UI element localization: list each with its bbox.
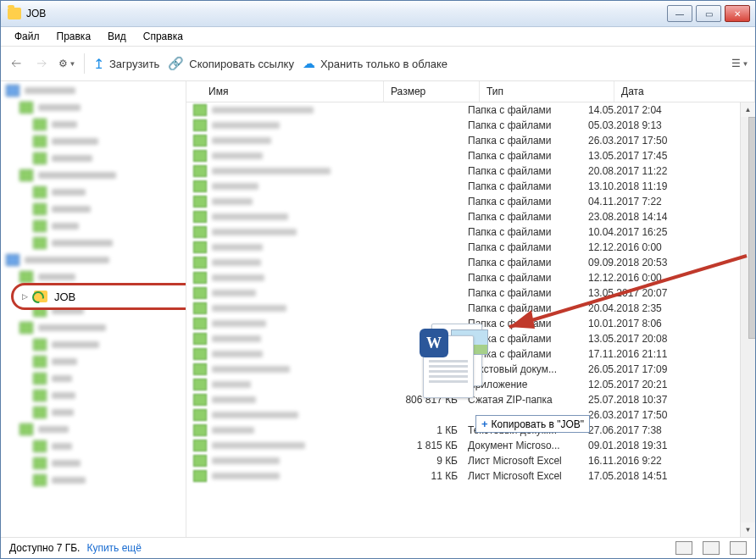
- tree-item[interactable]: [33, 354, 181, 369]
- rows-container: ▲ ▼ Папка с файлами14.05.2017 2:04Папка …: [186, 102, 755, 537]
- tree-item[interactable]: [33, 388, 181, 403]
- tree-item[interactable]: [33, 134, 181, 149]
- table-row[interactable]: Папка с файлами13.10.2018 11:19: [186, 179, 755, 194]
- tree-item[interactable]: [33, 219, 181, 234]
- table-row[interactable]: Папка с файлами20.04.2018 2:35: [186, 301, 755, 316]
- buy-more-link[interactable]: Купить ещё: [86, 542, 142, 554]
- table-row[interactable]: Папка с файлами10.01.2017 8:06: [186, 316, 755, 331]
- table-row[interactable]: Папка с файлами14.05.2017 2:04: [186, 102, 755, 118]
- table-row[interactable]: 11 КБЛист Microsoft Excel17.05.2018 14:5…: [186, 468, 755, 484]
- scroll-thumb[interactable]: [748, 117, 756, 339]
- view-details-icon[interactable]: [675, 541, 692, 555]
- tree-item[interactable]: [6, 83, 181, 98]
- table-row[interactable]: 1 КБТекстовый докум...27.06.2017 7:38: [186, 423, 755, 438]
- menu-file[interactable]: Файл: [6, 29, 48, 44]
- chevron-down-icon: ▼: [69, 60, 76, 68]
- view-list-icon[interactable]: [703, 541, 720, 555]
- table-row[interactable]: Папка с файлами12.12.2016 0:00: [186, 240, 755, 255]
- tree-item[interactable]: [33, 405, 181, 420]
- gear-icon[interactable]: ⚙▼: [58, 55, 75, 72]
- table-row[interactable]: 9 КБЛист Microsoft Excel16.11.2016 9:22: [186, 453, 755, 468]
- table-row[interactable]: Папка с файлами13.05.2017 17:45: [186, 148, 755, 163]
- status-quota: Доступно 7 ГБ.: [9, 542, 80, 554]
- table-row[interactable]: Папка с файлами13.05.2017 20:07: [186, 285, 755, 301]
- back-button[interactable]: 🡠: [8, 55, 25, 72]
- titlebar[interactable]: JOB ― ▭ ✕: [1, 1, 755, 27]
- scroll-up-button[interactable]: ▲: [741, 102, 755, 117]
- col-name[interactable]: Имя: [208, 86, 228, 97]
- table-row[interactable]: 403 КБПриложение12.05.2017 20:21: [186, 377, 755, 392]
- tree-item[interactable]: [33, 202, 181, 217]
- menu-help[interactable]: Справка: [135, 29, 192, 44]
- tree-item[interactable]: [19, 100, 181, 115]
- tree-item[interactable]: [33, 371, 181, 386]
- link-icon: 🔗: [168, 56, 184, 71]
- body: ▷JOB Имя Размер Тип Дата ▲ ▼ Папка с фай…: [1, 81, 755, 537]
- drag-tooltip-text: Копировать в "JOB": [492, 418, 585, 430]
- cloud-only-label: Хранить только в облаке: [320, 58, 447, 70]
- toolbar: 🡠 🡢 ⚙▼ ↥ Загрузить 🔗 Скопировать ссылку …: [1, 47, 755, 81]
- col-size[interactable]: Размер: [384, 81, 480, 102]
- table-row[interactable]: 1 815 КБДокумент Microso...09.01.2018 19…: [186, 438, 755, 453]
- tree-item[interactable]: [33, 117, 181, 132]
- sidebar-item-job[interactable]: ▷JOB: [11, 283, 186, 310]
- forward-button[interactable]: 🡢: [33, 55, 50, 72]
- view-mode-button[interactable]: ☰▼: [731, 55, 748, 72]
- scrollbar[interactable]: ▲ ▼: [740, 102, 755, 537]
- file-list: Имя Размер Тип Дата ▲ ▼ Папка с файлами1…: [186, 81, 755, 537]
- copy-link-label: Скопировать ссылку: [189, 58, 294, 70]
- drag-tooltip: + Копировать в "JOB": [475, 415, 590, 433]
- tree-item[interactable]: [33, 473, 181, 488]
- upload-button[interactable]: ↥ Загрузить: [93, 56, 159, 72]
- window: JOB ― ▭ ✕ Файл Правка Вид Справка 🡠 🡢 ⚙▼…: [0, 0, 756, 559]
- menu-view[interactable]: Вид: [99, 29, 135, 44]
- tree-item[interactable]: [33, 151, 181, 166]
- tree-item[interactable]: [33, 235, 181, 251]
- col-date[interactable]: Дата: [614, 81, 755, 102]
- plus-icon: +: [481, 418, 488, 430]
- table-row[interactable]: 806 817 КБСжатая ZIP-папка25.07.2018 10:…: [186, 392, 755, 407]
- view-tiles-icon[interactable]: [730, 541, 747, 555]
- folder-icon: [8, 8, 21, 19]
- table-row[interactable]: Папка с файлами23.08.2018 14:14: [186, 209, 755, 224]
- menu-edit[interactable]: Правка: [48, 29, 100, 44]
- upload-icon: ↥: [93, 56, 104, 72]
- tree-item[interactable]: [33, 337, 181, 352]
- table-row[interactable]: Папка с файлами10.04.2017 16:25: [186, 224, 755, 240]
- table-row[interactable]: Папка с файлами04.11.2017 7:22: [186, 194, 755, 209]
- maximize-button[interactable]: ▭: [696, 5, 721, 22]
- table-row[interactable]: Папка с файлами12.12.2016 0:00: [186, 270, 755, 285]
- window-title: JOB: [26, 8, 46, 19]
- tree-item[interactable]: [6, 252, 181, 268]
- copy-link-button[interactable]: 🔗 Скопировать ссылку: [168, 56, 294, 71]
- table-row[interactable]: Папка с файлами13.05.2017 20:08: [186, 331, 755, 346]
- tree-item[interactable]: [33, 456, 181, 471]
- table-row[interactable]: Папка с файлами17.11.2016 21:11: [186, 346, 755, 362]
- sidebar-item-label: JOB: [54, 291, 75, 303]
- col-type[interactable]: Тип: [480, 81, 614, 102]
- sync-folder-icon: [34, 291, 47, 302]
- table-row[interactable]: Папка с файлами26.03.2017 17:50: [186, 133, 755, 148]
- tree-item[interactable]: [19, 320, 181, 335]
- tree-item[interactable]: [19, 422, 181, 437]
- tree-item[interactable]: [33, 185, 181, 200]
- table-row[interactable]: 1 КБТекстовый докум...26.05.2017 17:09: [186, 362, 755, 377]
- statusbar: Доступно 7 ГБ. Купить ещё: [1, 537, 755, 558]
- cloud-icon: ☁: [303, 56, 315, 71]
- tree-item[interactable]: [33, 439, 181, 454]
- column-headers: Имя Размер Тип Дата: [186, 81, 755, 102]
- table-row[interactable]: Папка с файлами09.09.2018 20:53: [186, 255, 755, 270]
- menubar: Файл Правка Вид Справка: [1, 27, 755, 47]
- minimize-button[interactable]: ―: [667, 5, 692, 22]
- tree-item[interactable]: [19, 168, 181, 183]
- upload-label: Загрузить: [109, 58, 159, 70]
- table-row[interactable]: Папка с файлами20.08.2017 11:22: [186, 163, 755, 179]
- table-row[interactable]: Папка с файлами05.03.2018 9:13: [186, 118, 755, 133]
- cloud-only-button[interactable]: ☁ Хранить только в облаке: [303, 56, 447, 71]
- close-button[interactable]: ✕: [725, 5, 750, 22]
- sidebar-tree[interactable]: ▷JOB: [1, 81, 186, 537]
- expand-icon[interactable]: ▷: [22, 292, 28, 301]
- chevron-down-icon: ▼: [742, 60, 749, 68]
- table-row[interactable]: 26.03.2017 17:50: [186, 407, 755, 423]
- scroll-down-button[interactable]: ▼: [741, 523, 755, 537]
